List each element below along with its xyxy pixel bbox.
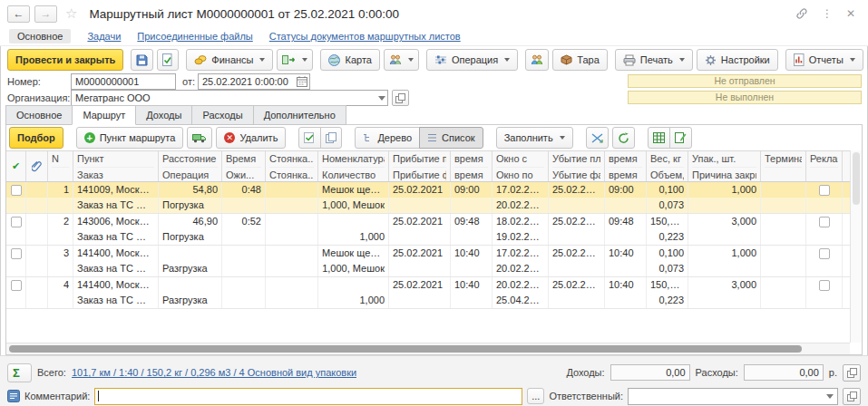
table-row[interactable]: 1141009, Московская ...Заказ на ТС М0000…	[6, 182, 850, 214]
column-header-sel[interactable]: ✔	[6, 151, 26, 181]
cell-stop[interactable]	[266, 277, 318, 308]
column-header-weight[interactable]: Вес, кгОбъем, м3	[647, 151, 688, 181]
row-select-checkbox[interactable]	[11, 248, 22, 259]
swap-button[interactable]	[586, 127, 609, 149]
row-select-checkbox[interactable]	[11, 217, 22, 227]
tab-tasks[interactable]: Задачи	[87, 31, 121, 42]
fill-button[interactable]: Заполнить	[496, 127, 573, 149]
tab-main[interactable]: Основное	[9, 29, 71, 44]
reclamation-checkbox[interactable]	[819, 185, 830, 196]
cell-rasst[interactable]: 46,90Погрузка	[159, 214, 222, 245]
date-input[interactable]: 25.02.2021 0:00:00	[198, 73, 310, 90]
responsible-combobox[interactable]	[628, 388, 838, 405]
comment-input[interactable]	[94, 388, 522, 405]
tab-route[interactable]: Маршрут	[72, 105, 136, 125]
income-field[interactable]: 0,00	[610, 364, 690, 381]
cell-punkt[interactable]: 141400, Московская ...Заказ на ТС М00000…	[73, 277, 159, 308]
print-button[interactable]: Печать	[615, 49, 693, 71]
cell-dep[interactable]: 25.02.2021	[549, 277, 605, 308]
comment-more-button[interactable]: ...	[527, 388, 544, 404]
organization-combobox[interactable]: Мегатранс ООО	[71, 90, 388, 106]
close-icon[interactable]: ✕	[846, 8, 855, 19]
cell-deptime[interactable]: 10:40	[605, 277, 647, 308]
cell-rasst[interactable]: Разгрузка	[159, 277, 222, 308]
cell-punkt[interactable]: 141400, Московская ...Заказ на ТС М00000…	[73, 246, 159, 276]
row-select-checkbox[interactable]	[11, 280, 22, 291]
post-and-close-button[interactable]: Провести и закрыть	[7, 49, 123, 71]
cell-pack[interactable]: 1,000	[688, 246, 761, 276]
add-route-point-button[interactable]: +Пункт маршрута	[76, 127, 184, 149]
cell-weight[interactable]: 0,1000,073	[647, 246, 688, 276]
cell-reklam[interactable]	[806, 277, 843, 308]
table-row[interactable]: 3141400, Московская ...Заказ на ТС М0000…	[6, 246, 850, 277]
cell-stop[interactable]	[266, 182, 318, 213]
get-link-icon[interactable]	[795, 7, 808, 20]
truck-button[interactable]	[187, 127, 212, 149]
list-view-button[interactable]: Список	[419, 127, 483, 149]
cell-deptime[interactable]: 09:00	[605, 182, 647, 213]
cell-sel[interactable]	[6, 246, 26, 276]
cell-reklam[interactable]	[806, 246, 843, 276]
chevron-down-icon[interactable]	[378, 96, 385, 101]
horizontal-scroll-thumb[interactable]	[9, 345, 802, 353]
cell-deptime[interactable]: 10:40	[605, 246, 647, 276]
cell-time1[interactable]	[222, 277, 266, 308]
cell-n[interactable]: 4	[48, 277, 73, 308]
column-header-pack[interactable]: Упак., шт.Причина закрытия ...	[688, 151, 761, 181]
cell-arrtime[interactable]: 10:40	[451, 277, 493, 308]
cell-pack[interactable]: 3,000	[688, 214, 761, 245]
finance-button[interactable]: Финансы	[186, 49, 273, 71]
post-document-button[interactable]	[157, 49, 179, 71]
reports-button[interactable]: Отчеты	[785, 49, 863, 71]
cell-pack[interactable]: 1,000	[688, 182, 761, 213]
column-header-deptime[interactable]: времявремя	[605, 151, 647, 181]
cell-rasst[interactable]: 54,80Погрузка	[159, 182, 222, 213]
tab-route-doc-statuses[interactable]: Статусы документов маршрутных листов	[269, 31, 461, 42]
row-select-checkbox[interactable]	[11, 185, 22, 196]
tab-expenses[interactable]: Расходы	[191, 105, 253, 125]
operation-button[interactable]: Операция	[426, 49, 518, 71]
column-header-clip[interactable]	[26, 151, 48, 181]
cell-clip[interactable]	[26, 214, 48, 245]
cell-n[interactable]: 3	[48, 246, 73, 276]
cell-n[interactable]: 2	[48, 214, 73, 245]
totals-sigma-button[interactable]: Σ	[7, 363, 32, 382]
cell-terminal[interactable]	[761, 277, 806, 308]
grid-edit-button[interactable]	[669, 127, 692, 149]
vertical-scrollbar[interactable]	[850, 150, 862, 343]
tara-button[interactable]: Тара	[552, 49, 608, 71]
cell-time1[interactable]: 0:48	[222, 182, 266, 213]
copy-button[interactable]	[320, 127, 342, 149]
cell-n[interactable]: 1	[48, 182, 73, 213]
linked-panel-icon[interactable]	[7, 390, 20, 402]
map-button[interactable]: Карта	[320, 49, 379, 71]
cell-arr[interactable]: 25.02.2021	[389, 277, 451, 308]
cell-window[interactable]: 20.02.2021...25.04.2021...	[493, 277, 549, 308]
cell-arrtime[interactable]: 09:48	[451, 214, 493, 245]
more-dots-icon[interactable]: ⋮	[822, 8, 833, 19]
cell-punkt[interactable]: 141009, Московская ...Заказ на ТС М00000…	[73, 182, 159, 213]
cell-window[interactable]: 18.02.2021...19.02.2021...	[493, 214, 549, 245]
column-header-time1[interactable]: ВремяОжи...	[222, 151, 266, 181]
cell-stop[interactable]	[266, 246, 318, 276]
crew-button[interactable]	[525, 49, 549, 71]
cell-pack[interactable]: 3,000	[688, 277, 761, 308]
cell-nomen[interactable]: Мешок щебня1,000, Мешок	[318, 182, 389, 213]
column-header-arrtime[interactable]: времявремя	[451, 151, 493, 181]
cell-reklam[interactable]	[806, 182, 843, 213]
open-organization-button[interactable]	[392, 90, 409, 106]
cell-dep[interactable]: 25.02.2021	[549, 214, 605, 245]
horizontal-scrollbar[interactable]	[6, 343, 850, 354]
refresh-button[interactable]	[612, 127, 635, 149]
cell-rasst[interactable]: Разгрузка	[159, 246, 222, 276]
cell-reklam[interactable]	[806, 214, 843, 245]
column-header-punkt[interactable]: ПунктЗаказ	[73, 151, 159, 181]
open-responsible-button[interactable]	[843, 388, 861, 405]
cell-arrtime[interactable]: 09:00	[451, 182, 493, 213]
cell-clip[interactable]	[26, 182, 48, 213]
settings-button[interactable]: Настройки	[697, 49, 778, 71]
cell-time1[interactable]	[222, 246, 266, 276]
tree-view-button[interactable]: Дерево	[355, 127, 420, 149]
cell-deptime[interactable]: 09:48	[605, 214, 647, 245]
cell-clip[interactable]	[26, 277, 48, 308]
